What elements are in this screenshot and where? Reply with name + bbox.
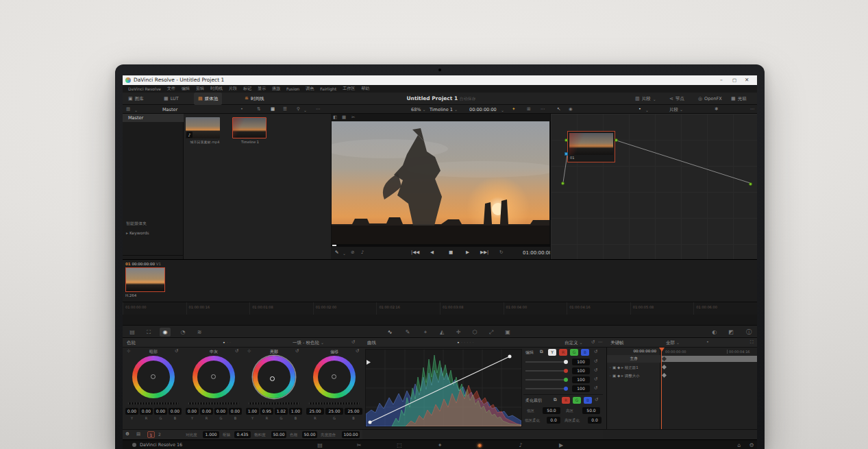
color-wheels-icon[interactable]: ◉: [160, 328, 171, 337]
menu-timeline[interactable]: 时间线: [210, 86, 223, 92]
lift-master-slider[interactable]: [128, 402, 179, 404]
sort-icon[interactable]: ⇅: [257, 107, 260, 112]
media-clip-item[interactable]: ♪ 城市日落素材.mp4: [186, 117, 224, 144]
page-doc-icon[interactable]: ▤: [136, 432, 140, 437]
menu-playback[interactable]: 播放: [272, 86, 280, 92]
curves-link-icon[interactable]: ⧉: [540, 350, 543, 354]
camera-raw-icon[interactable]: ▤: [127, 328, 138, 337]
node-rgb-output-dot[interactable]: [615, 138, 618, 142]
minimize-button[interactable]: –: [720, 75, 723, 85]
gain-reset-icon[interactable]: ↺: [295, 349, 299, 354]
offset-value[interactable]: 25.00: [325, 408, 343, 415]
keyframes-ruler[interactable]: 00:00:00:00 00:00:04:16: [661, 348, 757, 355]
viewer-zoom-select[interactable]: 68% ⌄: [411, 107, 426, 112]
gamma-indicator[interactable]: [211, 374, 216, 379]
softclip-r-button[interactable]: R: [562, 397, 570, 404]
list-view-icon[interactable]: ☰: [283, 107, 287, 112]
offset-wheel[interactable]: 偏移 ↺ 25.00 25.00 25.00 R G B: [305, 348, 364, 429]
track-keyframe-icon[interactable]: ◆: [617, 365, 620, 369]
tool-chevron-icon[interactable]: ⌄: [343, 251, 346, 256]
high-soft-value[interactable]: 0.0: [588, 417, 602, 424]
wheels-reset-icon[interactable]: ↺: [351, 340, 355, 345]
softclip-b-button[interactable]: B: [584, 397, 592, 404]
bin-dot-icon[interactable]: •: [240, 107, 243, 112]
timecode-chevron-icon[interactable]: ⌄: [501, 108, 504, 112]
output-node-dot[interactable]: [749, 182, 752, 186]
lightbox-button[interactable]: ▦光箱: [731, 93, 747, 105]
sizing-keyframe-diamond[interactable]: [662, 373, 667, 378]
g-gang-slider[interactable]: 100 ↺: [525, 376, 603, 383]
play-icon[interactable]: ▶: [466, 250, 469, 255]
menu-workspace[interactable]: 工作区: [343, 86, 355, 92]
softclip-g-button[interactable]: G: [573, 397, 581, 404]
wheels-page-dots[interactable]: • · ·: [223, 340, 231, 345]
softclip-reset-icon[interactable]: ↺: [595, 398, 598, 402]
maximize-button[interactable]: ▢: [732, 75, 736, 85]
curve-channel-g-button[interactable]: G: [570, 349, 578, 356]
timeline-item[interactable]: Timeline 1: [232, 117, 268, 144]
corrector-node[interactable]: 01: [567, 131, 615, 162]
menu-davinci-resolve[interactable]: DaVinci Resolve: [128, 86, 161, 91]
menu-trim[interactable]: 剪辑: [196, 86, 204, 92]
gamma-value[interactable]: 0.00: [200, 408, 213, 415]
media-pool-button[interactable]: ▤媒体池: [194, 93, 222, 105]
stereo3d-icon[interactable]: ▣: [502, 328, 513, 337]
viewer-image[interactable]: [332, 121, 549, 244]
track-expand-icon[interactable]: ▸: [621, 373, 623, 378]
gain-value[interactable]: 1.02: [275, 408, 288, 415]
sizing-palette-icon[interactable]: ⤢: [486, 328, 497, 337]
menu-color[interactable]: 调色: [306, 86, 314, 92]
node-color-dot-icon[interactable]: •: [638, 107, 641, 112]
nodes-toggle-button[interactable]: ⋖节点: [669, 93, 684, 105]
lift-indicator[interactable]: [151, 374, 156, 379]
track-keyframe-icon[interactable]: ◆: [617, 374, 620, 378]
gain-value[interactable]: 1.00: [246, 408, 259, 415]
menu-edit[interactable]: 编辑: [182, 86, 190, 92]
b-gang-reset-icon[interactable]: ↺: [594, 386, 597, 391]
r-gang-value[interactable]: 100: [572, 367, 590, 374]
wheels-page-1-button[interactable]: 1: [147, 431, 155, 438]
wheels-mode-select[interactable]: 一级 - 校色轮 ⌄: [293, 340, 324, 346]
qualifier-icon[interactable]: ⌖: [420, 328, 431, 337]
sidebar-item-keywords[interactable]: ▸ Keywords: [126, 230, 149, 235]
gamma-reset-icon[interactable]: ↺: [235, 349, 238, 354]
media-more-icon[interactable]: ⋯: [316, 107, 321, 112]
offset-indicator[interactable]: [332, 374, 336, 379]
project-manager-icon[interactable]: ⌂: [734, 441, 744, 449]
page-media-button[interactable]: ▤: [315, 441, 325, 449]
low-soft-value[interactable]: 0.0: [547, 417, 560, 424]
offset-master-slider[interactable]: [309, 402, 360, 404]
gain-value[interactable]: 0.95: [260, 408, 273, 415]
gamma-value[interactable]: 0.00: [186, 408, 199, 415]
viewer-more-icon[interactable]: ⋯: [541, 107, 545, 112]
rgb-mixer-icon[interactable]: ◔: [177, 328, 188, 337]
key-palette-icon[interactable]: ◩: [726, 328, 736, 337]
search-icon[interactable]: ⚲: [297, 107, 300, 112]
settings-gear-icon[interactable]: ⚙: [747, 441, 756, 449]
b-slider-dot[interactable]: [564, 387, 568, 391]
loop-icon[interactable]: ↻: [499, 250, 503, 255]
bin-view-chevron-icon[interactable]: ⌄: [134, 108, 138, 112]
gamma-value[interactable]: 0.00: [214, 408, 227, 415]
lift-value[interactable]: 0.00: [169, 408, 182, 415]
keyframes-playhead[interactable]: [661, 348, 662, 429]
high-range-value[interactable]: 50.0: [582, 407, 600, 414]
sizing-tool-icon[interactable]: ✎: [335, 250, 338, 255]
curves-palette-icon[interactable]: ∿: [384, 328, 395, 337]
lift-value[interactable]: 0.00: [125, 408, 138, 415]
y-gang-value[interactable]: 100: [572, 359, 590, 365]
menu-fusion[interactable]: Fusion: [286, 86, 299, 91]
contrast-value[interactable]: 1.000: [203, 431, 219, 438]
split-screen-icon[interactable]: ✂: [351, 115, 355, 120]
offset-reset-icon[interactable]: ↺: [356, 349, 359, 354]
gain-value[interactable]: 1.00: [289, 408, 302, 415]
y-gang-reset-icon[interactable]: ↺: [594, 359, 597, 364]
offset-value[interactable]: 25.00: [345, 408, 362, 415]
y-gang-slider[interactable]: 100 ↺: [525, 359, 603, 365]
grab-still-icon[interactable]: ⊘: [351, 250, 354, 255]
node-color-chevron-icon[interactable]: ⌄: [645, 108, 649, 112]
node-more-icon[interactable]: ⋯: [750, 107, 755, 112]
gamma-wheel[interactable]: 中灰 ↺ 0.00 0.00 0.00 0.00 Y R G B: [184, 348, 243, 429]
gamma-value[interactable]: 0.00: [229, 408, 242, 415]
jog-playhead[interactable]: [332, 245, 336, 246]
